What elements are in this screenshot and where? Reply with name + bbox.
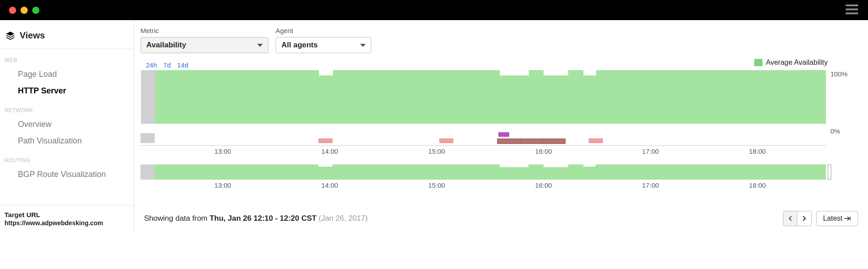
- tab-7d[interactable]: 7d: [163, 61, 171, 69]
- footer: Showing data from Thu, Jan 26 12:10 - 12…: [139, 207, 864, 230]
- chart-zone: Average Availability 24h 7d 14d: [140, 60, 850, 191]
- chevron-right-icon: [803, 216, 806, 221]
- chart-dip: [500, 70, 528, 76]
- overview-dip: [319, 164, 332, 167]
- chart-dip: [319, 70, 333, 76]
- target-url-value: https://www.adpwebdesking.com: [4, 219, 129, 227]
- pager: Latest: [783, 211, 858, 226]
- showing-prefix: Showing data from: [144, 214, 209, 223]
- section-label-network: NETWORK: [0, 99, 134, 116]
- time-tick: 18:00: [749, 147, 766, 155]
- views-title: Views: [20, 30, 45, 41]
- event-marker-red[interactable]: [439, 139, 453, 143]
- controls: Metric Availability Agent All agents: [139, 27, 864, 60]
- chevron-down-icon: [257, 44, 263, 47]
- time-axis-overview: 13:00 14:00 15:00 16:00 17:00 18:00: [140, 181, 826, 191]
- metric-group: Metric Availability: [140, 27, 268, 53]
- overview-no-data-region: [140, 164, 155, 180]
- traffic-lights: [9, 7, 39, 14]
- overview-chart[interactable]: [140, 164, 826, 180]
- minimize-window-icon[interactable]: [21, 7, 28, 14]
- chevron-left-icon: [788, 216, 792, 221]
- nav-bgp-route[interactable]: BGP Route Visualization: [0, 166, 134, 183]
- event-marker-red[interactable]: [319, 139, 332, 143]
- overview-area-fill: [155, 164, 826, 180]
- time-tick: 16:00: [535, 147, 552, 155]
- overview-dip: [583, 164, 596, 167]
- time-tick: 14:00: [321, 147, 338, 155]
- nav-http-server[interactable]: HTTP Server: [0, 83, 134, 99]
- hamburger-menu-icon[interactable]: [846, 4, 858, 14]
- event-marker-darkred[interactable]: [497, 139, 566, 144]
- time-tick: 14:00: [321, 181, 338, 189]
- nav-overview[interactable]: Overview: [0, 116, 134, 133]
- agent-select[interactable]: All agents: [276, 37, 371, 53]
- showing-range: Thu, Jan 26 12:10 - 12:20 CST: [209, 214, 319, 223]
- latest-label: Latest: [823, 214, 842, 223]
- availability-chart[interactable]: [140, 70, 826, 135]
- maximize-window-icon[interactable]: [32, 7, 39, 14]
- nav-page-load[interactable]: Page Load: [0, 66, 134, 83]
- target-url-label: Target URL: [4, 211, 129, 219]
- event-marker-purple[interactable]: [498, 132, 510, 137]
- layers-icon: [5, 31, 15, 41]
- tab-14d[interactable]: 14d: [177, 61, 188, 69]
- latest-button[interactable]: Latest: [816, 211, 858, 226]
- time-tick: 13:00: [214, 181, 231, 189]
- target-block: Target URL https://www.adpwebdesking.com: [0, 205, 134, 232]
- agent-group: Agent All agents: [276, 27, 371, 53]
- time-range-tabs: 24h 7d 14d: [146, 61, 188, 69]
- page-next-button[interactable]: [797, 211, 812, 226]
- time-tick: 13:00: [214, 147, 231, 155]
- agent-value: All agents: [281, 41, 318, 50]
- metric-label: Metric: [140, 27, 268, 34]
- event-no-data-region: [140, 133, 155, 143]
- chart-area-fill: [155, 70, 826, 124]
- arrow-end-icon: [844, 216, 851, 221]
- y-axis-bottom: 0%: [830, 127, 850, 135]
- time-tick: 18:00: [749, 181, 766, 189]
- section-label-web: WEB: [0, 49, 134, 66]
- sidebar: Views WEB Page Load HTTP Server NETWORK …: [0, 20, 134, 234]
- section-label-routing: ROUTING: [0, 149, 134, 166]
- y-axis-top: 100%: [830, 70, 850, 78]
- time-axis-main: 13:00 14:00 15:00 16:00 17:00 18:00: [140, 147, 826, 157]
- chart-dip: [544, 70, 568, 76]
- time-tick: 17:00: [642, 147, 659, 155]
- close-window-icon[interactable]: [9, 7, 16, 14]
- page-prev-button[interactable]: [783, 211, 797, 226]
- chevron-down-icon: [360, 44, 366, 47]
- showing-date: (Jan 26, 2017): [319, 214, 368, 223]
- overview-dip: [500, 164, 528, 167]
- chart-dip: [583, 70, 596, 76]
- agent-label: Agent: [276, 27, 371, 34]
- tab-24h[interactable]: 24h: [146, 61, 157, 69]
- content: Metric Availability Agent All agents Ave…: [134, 20, 868, 234]
- overview-scrub-handle[interactable]: [828, 164, 831, 180]
- time-tick: 17:00: [642, 181, 659, 189]
- views-header: Views: [0, 29, 134, 49]
- nav-path-visualization[interactable]: Path Visualization: [0, 133, 134, 149]
- chart-no-data-region: [141, 70, 155, 124]
- event-marker-red[interactable]: [589, 139, 603, 143]
- titlebar: [0, 0, 868, 20]
- metric-value: Availability: [146, 41, 186, 50]
- time-tick: 15:00: [428, 147, 445, 155]
- time-tick: 15:00: [428, 181, 445, 189]
- showing-text: Showing data from Thu, Jan 26 12:10 - 12…: [144, 214, 368, 223]
- overview-dip: [544, 164, 568, 167]
- event-strip[interactable]: [140, 138, 826, 146]
- metric-select[interactable]: Availability: [140, 37, 268, 53]
- time-tick: 16:00: [535, 181, 552, 189]
